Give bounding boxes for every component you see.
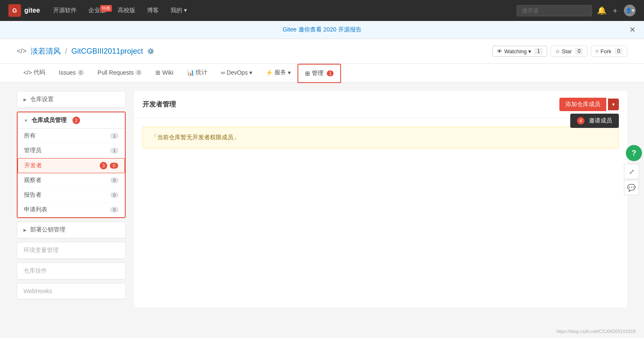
gitee-logo-icon: G	[8, 4, 21, 17]
sidebar-header-widgets[interactable]: 仓库挂件	[17, 263, 125, 279]
invite-tooltip[interactable]: 4 邀请成员	[570, 114, 619, 128]
devops-dropdown-icon: ▾	[249, 69, 252, 76]
right-float-buttons: ? ⤢ 💬	[624, 143, 644, 195]
repo-name-link[interactable]: GitCGBIII2011project	[71, 47, 143, 56]
tab-stats[interactable]: 📊 统计	[180, 64, 214, 82]
widgets-label: 仓库挂件	[23, 267, 47, 275]
tab-devops[interactable]: ∞ DevOps ▾	[214, 64, 259, 82]
sidebar-section-env-vars: 环境变量管理	[17, 242, 126, 259]
sidebar-section-webhooks: WebHooks	[17, 283, 126, 299]
tab-code[interactable]: </> 代码	[17, 64, 52, 82]
sidebar-item-admin[interactable]: 管理员 1	[18, 143, 125, 158]
fork-button[interactable]: ⑂ Fork 0	[591, 46, 627, 57]
sidebar-item-all[interactable]: 所有 1	[18, 129, 125, 143]
tooltip-badge: 4	[577, 117, 585, 125]
reporter-count: 0	[110, 192, 119, 198]
observer-label: 观察者	[24, 177, 41, 184]
add-icon[interactable]: ＋	[611, 5, 619, 16]
star-label: Star	[562, 48, 572, 55]
tab-issues[interactable]: Issues 0	[52, 64, 91, 82]
add-member-button[interactable]: 添加仓库成员	[559, 98, 606, 111]
members-step-badge: 2	[72, 117, 80, 124]
stats-icon: 📊	[187, 69, 194, 76]
sidebar-header-env-vars[interactable]: 环境变量管理	[17, 242, 125, 259]
enterprise-badge: 特惠	[100, 5, 112, 12]
watching-count: 1	[535, 48, 543, 55]
mine-dropdown-icon: ▾	[184, 7, 187, 13]
sidebar-item-developer[interactable]: 开发者 3 0	[18, 158, 125, 173]
sidebar-section-widgets: 仓库挂件	[17, 263, 126, 280]
top-navigation: G gitee 开源软件 企业版 特惠 高校版 博客 我的 ▾ 🔔 ＋ 👤 ▾	[0, 0, 644, 21]
sidebar-header-repo-settings[interactable]: ▶ 仓库设置	[17, 91, 125, 108]
deploy-keys-collapse-icon: ▶	[23, 228, 27, 232]
banner-link[interactable]: Gitee 邀你查看 2020 开源报告	[282, 26, 361, 33]
sidebar-section-members: ▼ 仓库成员管理 2 所有 1 管理员 1 开发者 3 0	[17, 112, 126, 218]
application-count: 0	[110, 207, 119, 213]
eye-icon: 👁	[497, 48, 502, 55]
application-list-label: 申请列表	[24, 206, 47, 213]
help-button[interactable]: ?	[626, 145, 642, 161]
manage-icon: ⊞	[305, 70, 310, 77]
sidebar-header-webhooks[interactable]: WebHooks	[17, 283, 125, 299]
sidebar-item-observer[interactable]: 观察者 0	[18, 173, 125, 188]
tab-manage[interactable]: ⊞ 管理 1	[297, 64, 341, 83]
admin-label: 管理员	[24, 147, 41, 154]
services-dropdown-icon: ▾	[288, 69, 291, 76]
watching-button[interactable]: 👁 Watching ▾ 1	[492, 46, 547, 57]
tab-wiki[interactable]: ⊞ Wiki	[149, 64, 180, 82]
avatar[interactable]: 👤 ▾	[624, 5, 636, 16]
sidebar-header-members[interactable]: ▼ 仓库成员管理 2	[18, 112, 125, 129]
add-member-dropdown-button[interactable]: ▾	[608, 99, 619, 110]
star-icon: ☆	[555, 48, 560, 55]
fork-label: Fork	[600, 48, 611, 55]
repo-nav-tabs: </> 代码 Issues 0 Pull Requests 0 ⊞ Wiki 📊…	[0, 64, 644, 83]
nav-link-enterprise[interactable]: 企业版 特惠	[83, 4, 111, 17]
banner-close-button[interactable]: ✕	[629, 25, 636, 34]
nav-link-opensource[interactable]: 开源软件	[48, 4, 82, 17]
content-header: 开发者管理 添加仓库成员 ▾ 4 邀请成员	[134, 91, 627, 118]
nav-link-mine[interactable]: 我的 ▾	[166, 4, 192, 17]
settings-icon[interactable]: ⚙️	[147, 48, 154, 55]
search-input[interactable]	[517, 5, 592, 16]
star-button[interactable]: ☆ Star 0	[551, 46, 588, 57]
notification-icon[interactable]: 🔔	[597, 6, 606, 15]
sidebar-header-deploy-keys[interactable]: ▶ 部署公钥管理	[17, 222, 125, 238]
expand-button[interactable]: ⤢	[624, 164, 639, 179]
reporter-label: 报告者	[24, 191, 41, 199]
deploy-keys-label: 部署公钥管理	[30, 226, 65, 234]
sidebar-item-application-list[interactable]: 申请列表 0	[18, 203, 125, 217]
manage-badge: 1	[327, 70, 334, 76]
developer-count: 0	[110, 163, 118, 169]
tab-services[interactable]: ⚡ 服务 ▾	[259, 64, 297, 82]
expand-icon: ▼	[24, 118, 28, 123]
empty-notice: 「当前仓库暂无开发者权限成员」	[142, 127, 619, 148]
collapse-icon: ▶	[23, 97, 27, 102]
repo-header: </> 淡若清风 / GitCGBIII2011project ⚙️ 👁 Wat…	[0, 39, 644, 64]
chat-button[interactable]: 💬	[624, 180, 639, 195]
nav-link-blog[interactable]: 博客	[142, 4, 164, 17]
star-count: 0	[575, 48, 583, 55]
nav-right: 🔔 ＋ 👤 ▾	[517, 5, 636, 16]
repo-actions: 👁 Watching ▾ 1 ☆ Star 0 ⑂ Fork 0	[492, 46, 627, 57]
tab-pullrequests[interactable]: Pull Requests 0	[91, 64, 149, 82]
pr-count: 0	[135, 70, 142, 75]
announcement-banner: Gitee 邀你查看 2020 开源报告 ✕	[0, 21, 644, 39]
repo-owner-link[interactable]: 淡若清风	[31, 46, 61, 56]
logo[interactable]: G gitee	[8, 4, 40, 17]
avatar-dropdown-icon: ▾	[632, 8, 634, 13]
sidebar-section-deploy-keys: ▶ 部署公钥管理	[17, 221, 126, 239]
nav-link-university[interactable]: 高校版	[113, 4, 140, 17]
developer-step-badge: 3	[100, 162, 107, 169]
all-label: 所有	[24, 132, 36, 140]
webhooks-label: WebHooks	[23, 288, 52, 294]
sidebar-item-reporter[interactable]: 报告者 0	[18, 188, 125, 203]
sidebar: ▶ 仓库设置 ▼ 仓库成员管理 2 所有 1 管理员 1 开发者	[17, 91, 126, 307]
main-content: ▶ 仓库设置 ▼ 仓库成员管理 2 所有 1 管理员 1 开发者	[0, 83, 644, 316]
sidebar-section-repo-settings: ▶ 仓库设置	[17, 91, 126, 108]
wiki-icon: ⊞	[155, 69, 160, 76]
avatar-icon: 👤	[626, 8, 632, 13]
services-icon: ⚡	[266, 69, 273, 76]
fork-count: 0	[615, 48, 623, 55]
invite-label: 邀请成员	[589, 117, 612, 124]
code-icon: </>	[17, 47, 26, 55]
